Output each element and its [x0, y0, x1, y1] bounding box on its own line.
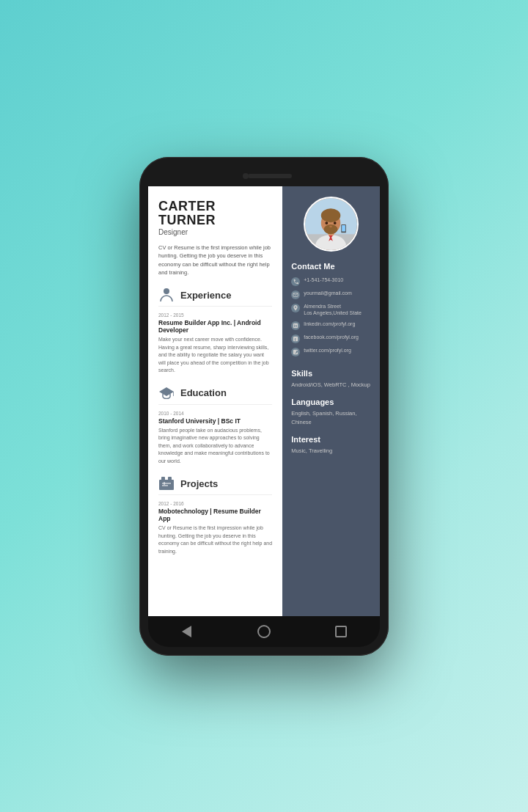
contact-twitter-text: twitter.com/profyl.org — [304, 347, 351, 354]
contact-linkedin: in linkedin.com/profyl.org — [291, 321, 371, 330]
svg-marker-1 — [159, 387, 174, 396]
svg-text:in: in — [294, 324, 297, 328]
phone-bottom-bar — [148, 616, 380, 647]
recents-button[interactable] — [334, 624, 348, 639]
phone-speaker — [248, 174, 292, 178]
svg-rect-5 — [168, 477, 172, 480]
projects-desc: CV or Resume is the first impression whi… — [158, 524, 272, 555]
svg-point-17 — [334, 222, 337, 224]
facebook-icon: f — [291, 334, 300, 343]
projects-date: 2012 - 2016 — [158, 501, 272, 506]
svg-point-14 — [321, 208, 341, 222]
skills-content: Android/iOS, WebRTC , Mockup — [291, 381, 371, 389]
contact-title: Contact Me — [291, 262, 371, 271]
experience-title: Experience — [180, 290, 231, 301]
phone-screen: CARTER TURNER Designer CV or Resume is t… — [148, 186, 380, 616]
svg-rect-4 — [161, 477, 165, 480]
contact-facebook: f facebook.com/profyl.org — [291, 334, 371, 343]
languages-section: Languages English, Spanish, Russian, Chi… — [291, 398, 371, 426]
contact-facebook-text: facebook.com/profyl.org — [304, 334, 359, 341]
languages-content: English, Spanish, Russian, Chinese — [291, 409, 371, 426]
projects-role: Mobotechnology | Resume Builder App — [158, 508, 272, 522]
candidate-name: CARTER TURNER — [158, 200, 272, 229]
contact-section: Contact Me +1-541-754-3010 — [291, 262, 371, 361]
interest-section: Interest Music, Travelling — [291, 435, 371, 455]
experience-date: 2012 - 2015 — [158, 312, 272, 318]
home-icon — [257, 625, 271, 638]
experience-header: Experience — [158, 287, 272, 307]
projects-icon — [158, 475, 175, 491]
skills-title: Skills — [291, 369, 371, 378]
education-item-1: 2010 - 2014 Stanford University | BSc IT… — [158, 411, 272, 466]
location-icon — [291, 304, 300, 312]
phone-device: CARTER TURNER Designer CV or Resume is t… — [139, 157, 389, 656]
languages-title: Languages — [291, 398, 371, 406]
back-button[interactable] — [180, 624, 194, 639]
resume-right-panel: Contact Me +1-541-754-3010 — [282, 186, 380, 616]
contact-linkedin-text: linkedin.com/profyl.org — [304, 321, 355, 328]
interest-title: Interest — [291, 435, 371, 444]
phone-top-bar — [148, 166, 380, 186]
contact-email-text: yourmail@gmail.com — [304, 290, 351, 297]
person-icon — [158, 287, 175, 303]
contact-location: Almendra StreetLos Angeles,United State — [291, 303, 371, 318]
graduation-icon — [158, 385, 175, 401]
experience-section: Experience 2012 - 2015 Resume Builder Ap… — [158, 287, 272, 375]
contact-phone: +1-541-754-3010 — [291, 277, 371, 286]
email-icon — [291, 290, 300, 299]
linkedin-icon: in — [291, 321, 300, 330]
education-header: Education — [158, 385, 272, 405]
education-desc: Stanford people take on audacious proble… — [158, 427, 272, 466]
interest-content: Music, Travelling — [291, 447, 371, 455]
experience-desc: Make your next career move with confiden… — [158, 336, 272, 375]
resume-container: CARTER TURNER Designer CV or Resume is t… — [148, 186, 380, 616]
resume-summary: CV or Resume is the first impression whi… — [158, 244, 272, 277]
contact-location-text: Almendra StreetLos Angeles,United State — [304, 303, 362, 318]
twitter-icon — [291, 348, 300, 356]
phone-camera — [243, 173, 249, 179]
education-title: Education — [180, 387, 227, 398]
projects-header: Projects — [158, 475, 272, 495]
phone-icon — [291, 277, 300, 286]
education-role: Stanford University | BSc IT — [158, 417, 272, 425]
svg-rect-20 — [342, 224, 345, 231]
projects-title: Projects — [180, 478, 218, 489]
skills-section: Skills Android/iOS, WebRTC , Mockup — [291, 369, 371, 389]
experience-role: Resume Builder App Inc. | Android Develo… — [158, 319, 272, 334]
back-icon — [182, 626, 191, 637]
svg-point-18 — [329, 225, 332, 227]
education-section: Education 2010 - 2014 Stanford Universit… — [158, 385, 272, 466]
education-date: 2010 - 2014 — [158, 411, 272, 416]
svg-point-24 — [295, 306, 296, 307]
contact-phone-text: +1-541-754-3010 — [304, 277, 343, 284]
recents-icon — [335, 626, 347, 637]
svg-text:f: f — [295, 337, 296, 342]
resume-left-panel: CARTER TURNER Designer CV or Resume is t… — [148, 186, 282, 616]
contact-email: yourmail@gmail.com — [291, 290, 371, 299]
contact-twitter: twitter.com/profyl.org — [291, 347, 371, 356]
home-button[interactable] — [257, 624, 271, 639]
projects-item-1: 2012 - 2016 Mobotechnology | Resume Buil… — [158, 501, 272, 555]
candidate-title: Designer — [158, 228, 272, 236]
svg-point-0 — [164, 288, 169, 294]
projects-section: Projects 2012 - 2016 Mobotechnology | Re… — [158, 475, 272, 555]
avatar-container — [291, 197, 371, 252]
experience-item-1: 2012 - 2015 Resume Builder App Inc. | An… — [158, 312, 272, 375]
svg-rect-3 — [159, 480, 174, 490]
avatar — [304, 197, 359, 252]
svg-point-16 — [326, 222, 329, 224]
